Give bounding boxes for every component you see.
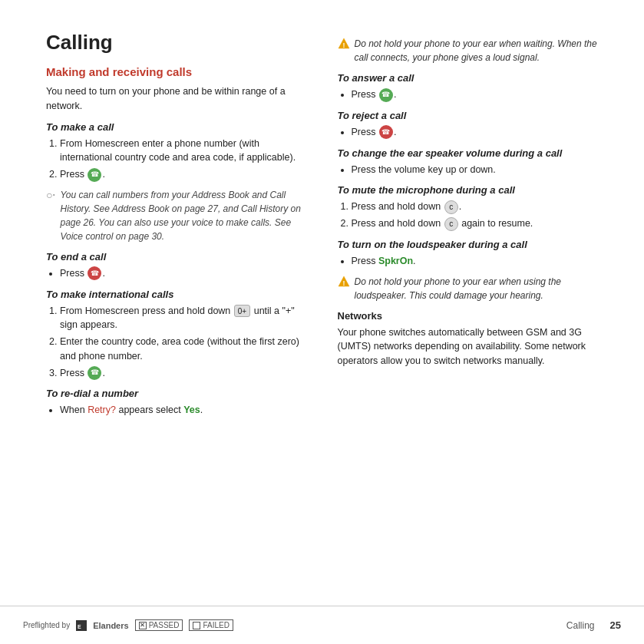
failed-checkbox — [193, 622, 200, 629]
failed-label: FAILED — [203, 621, 229, 629]
make-call-step-1: From Homescreen enter a phone number (wi… — [60, 137, 307, 166]
svg-text:!: ! — [342, 41, 345, 49]
page-title: Calling — [46, 31, 307, 54]
yes-text: Yes — [183, 405, 200, 415]
make-call-heading: To make a call — [46, 121, 307, 133]
intl-step-1: From Homescreen press and hold down 0+ u… — [60, 304, 307, 333]
footer-calling-label: Calling — [566, 620, 595, 631]
loudspeaker-heading: To turn on the loudspeaker during a call — [338, 239, 599, 250]
loudspeaker-bullets: Press SpkrOn. — [352, 254, 599, 269]
zero-plus-button: 0+ — [234, 305, 250, 317]
loudspeaker-end: . — [413, 256, 415, 266]
footer-left: Preflighted by E Elanders ✕ PASSED FAILE… — [23, 619, 233, 631]
tip-icon: ○⋅ — [46, 189, 55, 201]
ear-speaker-heading: To change the ear speaker volume during … — [338, 147, 599, 159]
end-call-heading: To end a call — [46, 251, 307, 263]
passed-label: PASSED — [149, 621, 180, 629]
loudspeaker-bullet: Press SpkrOn. — [352, 254, 599, 269]
end-call-bullets: Press ☎. — [60, 266, 307, 281]
mute-mic-heading: To mute the microphone during a call — [338, 184, 599, 196]
ear-speaker-bullet: Press the volume key up or down. — [352, 163, 599, 177]
networks-text: Your phone switches automatically betwee… — [338, 325, 599, 368]
spkron-text: SpkrOn — [378, 256, 413, 266]
international-calls-heading: To make international calls — [46, 289, 307, 300]
c-button-1: c — [444, 200, 458, 214]
mute-step-1: Press and hold down c. — [352, 200, 599, 214]
redial-mid: appears select — [116, 405, 183, 415]
warning-text-1: Do not hold your phone to your ear when … — [355, 37, 599, 64]
svg-text:E: E — [78, 624, 81, 629]
intl-step-2: Enter the country code, area code (witho… — [60, 335, 307, 364]
left-column: Calling Making and receiving calls You n… — [46, 31, 307, 575]
intro-text: You need to turn on your phone and be wi… — [46, 84, 307, 114]
section-title-making: Making and receiving calls — [46, 65, 307, 78]
footer-right: Calling 25 — [566, 619, 621, 631]
preflight-label: Preflighted by — [23, 621, 70, 629]
footer: Preflighted by E Elanders ✕ PASSED FAILE… — [0, 606, 644, 644]
call-button-icon-2: ☎ — [88, 366, 101, 380]
intl-step-3: Press ☎. — [60, 366, 307, 381]
brand-name: Elanders — [93, 621, 128, 630]
reject-call-heading: To reject a call — [338, 110, 599, 121]
answer-call-bullet: Press ☎. — [352, 88, 599, 102]
elanders-logo-icon: E — [76, 620, 87, 631]
retry-text: Retry? — [88, 405, 116, 415]
redial-bullet: When Retry? appears select Yes. — [60, 403, 307, 418]
mute-mic-steps: Press and hold down c. Press and hold do… — [352, 200, 599, 231]
networks-heading: Networks — [338, 310, 599, 322]
answer-call-heading: To answer a call — [338, 72, 599, 84]
passed-box: ✕ PASSED — [135, 619, 183, 631]
loudspeaker-pre: Press — [352, 256, 378, 266]
footer-page-number: 25 — [610, 619, 621, 631]
make-call-steps: From Homescreen enter a phone number (wi… — [60, 137, 307, 182]
passed-checkbox: ✕ — [139, 622, 147, 629]
right-column: ! Do not hold your phone to your ear whe… — [338, 31, 599, 575]
content-wrapper: Calling Making and receiving calls You n… — [46, 31, 598, 575]
reject-call-bullets: Press ☎. — [352, 125, 599, 140]
tip-text: You can call numbers from your Address B… — [60, 188, 306, 243]
tip-box: ○⋅ You can call numbers from your Addres… — [46, 188, 307, 243]
answer-call-icon: ☎ — [379, 88, 393, 102]
warning-text-2: Do not hold your phone to your ear when … — [355, 275, 599, 302]
failed-box: FAILED — [189, 619, 233, 631]
end-call-bullet: Press ☎. — [60, 266, 307, 281]
redial-bullets: When Retry? appears select Yes. — [60, 403, 307, 418]
redial-pre: When — [60, 405, 88, 415]
page-container: Calling Making and receiving calls You n… — [0, 0, 644, 644]
ear-speaker-bullets: Press the volume key up or down. — [352, 163, 599, 177]
redial-end: . — [200, 405, 203, 415]
answer-call-bullets: Press ☎. — [352, 88, 599, 102]
warning-icon-2: ! — [338, 276, 350, 288]
end-button-icon: ☎ — [88, 266, 101, 280]
warning-box-1: ! Do not hold your phone to your ear whe… — [338, 37, 599, 64]
redial-heading: To re-dial a number — [46, 388, 307, 399]
mute-step-2: Press and hold down c again to resume. — [352, 216, 599, 231]
reject-call-bullet: Press ☎. — [352, 125, 599, 140]
c-button-2: c — [444, 217, 458, 231]
make-call-step-2: Press ☎. — [60, 167, 307, 182]
international-calls-steps: From Homescreen press and hold down 0+ u… — [60, 304, 307, 381]
svg-text:!: ! — [342, 279, 345, 286]
call-button-icon: ☎ — [88, 168, 101, 182]
reject-call-icon: ☎ — [379, 125, 393, 139]
warning-icon-1: ! — [338, 38, 350, 50]
warning-box-2: ! Do not hold your phone to your ear whe… — [338, 275, 599, 302]
